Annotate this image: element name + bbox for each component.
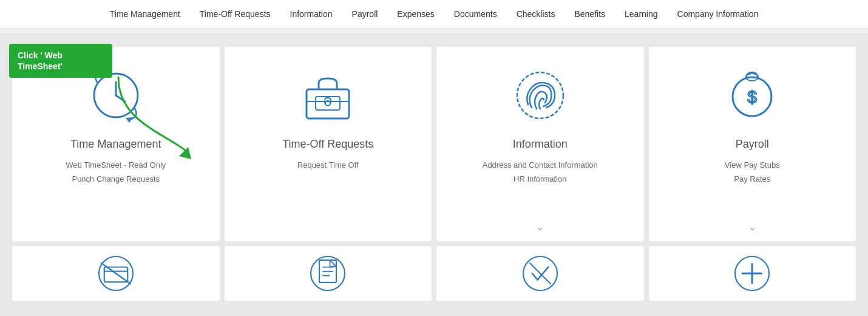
card-time-off-requests[interactable]: Time-Off Requests Request Time Off	[225, 47, 432, 241]
nav-information[interactable]: Information	[290, 7, 333, 21]
svg-text:$: $	[747, 88, 757, 106]
card-partial-checklists[interactable]	[436, 246, 644, 301]
link-web-timesheet[interactable]: Web TimeSheet - Read Only	[66, 160, 166, 170]
sub-bar	[0, 29, 868, 35]
payroll-icon: $	[722, 65, 782, 126]
svg-line-3	[116, 95, 125, 101]
link-address-contact[interactable]: Address and Contact Information	[483, 160, 598, 170]
card-payroll-title: Payroll	[736, 138, 769, 151]
card-information[interactable]: Information Address and Contact Informat…	[436, 47, 644, 241]
svg-point-18	[311, 256, 345, 290]
nav-time-off-requests[interactable]: Time-Off Requests	[200, 7, 271, 21]
nav-checklists[interactable]: Checklists	[517, 7, 555, 21]
nav-documents[interactable]: Documents	[454, 7, 497, 21]
card-partial-benefits[interactable]	[649, 246, 856, 301]
svg-rect-7	[316, 97, 340, 110]
card-payroll[interactable]: $ Payroll View Pay Stubs Pay Rates ⌄	[649, 47, 856, 241]
nav-company-information[interactable]: Company Information	[677, 7, 759, 21]
nav-time-management[interactable]: Time Management	[110, 7, 180, 21]
link-request-time-off[interactable]: Request Time Off	[297, 160, 359, 170]
svg-rect-6	[307, 89, 349, 118]
nav-learning[interactable]: Learning	[625, 7, 658, 21]
card-partial-expenses[interactable]	[12, 246, 220, 301]
card-grid: Time Management Web TimeSheet - Read Onl…	[12, 47, 856, 241]
annotation-tooltip: Click ' Web TimeSheet'	[9, 44, 112, 78]
bottom-card-row	[12, 246, 856, 301]
information-icon	[510, 65, 571, 126]
nav-payroll[interactable]: Payroll	[352, 7, 378, 21]
nav-expenses[interactable]: Expenses	[397, 7, 434, 21]
top-navigation: Time Management Time-Off Requests Inform…	[0, 0, 868, 29]
card-information-title: Information	[513, 138, 568, 151]
card-partial-documents[interactable]	[225, 246, 432, 301]
svg-line-17	[101, 263, 131, 284]
svg-marker-5	[126, 117, 133, 123]
time-off-requests-icon	[297, 65, 358, 126]
link-pay-rates[interactable]: Pay Rates	[734, 174, 770, 184]
card-time-management-title: Time Management	[70, 138, 161, 151]
link-view-pay-stubs[interactable]: View Pay Stubs	[725, 160, 780, 170]
nav-benefits[interactable]: Benefits	[574, 7, 605, 21]
main-content: Click ' Web TimeSheet'	[0, 35, 868, 301]
card-time-off-title: Time-Off Requests	[282, 138, 373, 151]
chevron-payroll[interactable]: ⌄	[748, 221, 756, 233]
svg-point-10	[517, 72, 563, 118]
link-punch-change[interactable]: Punch Change Requests	[72, 174, 160, 184]
link-hr-information[interactable]: HR Information	[514, 174, 566, 184]
chevron-information[interactable]: ⌄	[536, 221, 544, 233]
